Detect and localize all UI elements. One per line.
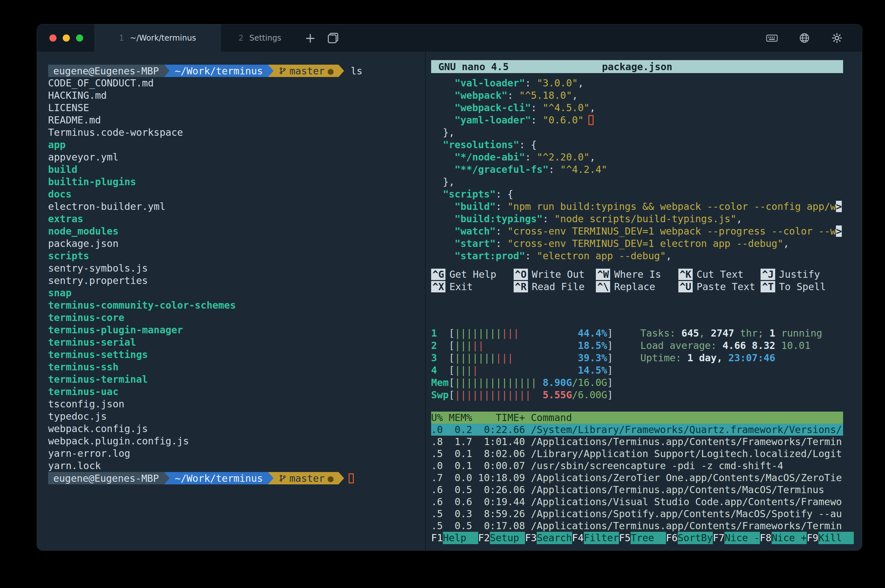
nano-code-line: "build:typings": "node scripts/build-typ…: [431, 213, 843, 225]
code-segment: "3.0.0": [537, 77, 578, 88]
stat-segment: 23:07:46: [728, 352, 776, 363]
code-segment: [431, 152, 454, 163]
file-entry: package.json: [48, 237, 422, 250]
file-entry: tsconfig.json: [48, 398, 422, 410]
nano-title-bar: GNU nano 4.5 package.json: [431, 60, 843, 73]
stat-segment: ,: [699, 327, 711, 339]
shortcut-key: ^J: [760, 268, 775, 280]
tab-index: 1: [119, 33, 124, 42]
process-row: .8 1.7 1:01.40 /Applications/Terminus.ap…: [431, 436, 843, 448]
terminal-area: eugene@Eugenes-MBP ~/Work/terminus maste…: [37, 52, 862, 550]
prompt-path: ~/Work/terminus: [170, 64, 268, 77]
meter-bar-fill: ||||||||||||||: [454, 376, 537, 389]
meter-row: 2 [|||||18.5%]: [431, 339, 613, 352]
fkey-number: F3: [525, 532, 537, 544]
shortcut-label: Replace: [614, 281, 655, 292]
new-tab-button[interactable]: +: [299, 24, 322, 52]
file-entry: terminus-plugin-manager: [48, 324, 422, 336]
code-segment: ,: [590, 102, 596, 113]
code-segment: : {: [519, 139, 537, 150]
nano-code-line: "val-loader": "3.0.0",: [431, 77, 843, 89]
stat-segment: Uptime:: [640, 352, 687, 363]
close-button[interactable]: [50, 34, 57, 42]
code-segment: :: [531, 114, 543, 126]
terminal-pane-left[interactable]: eugene@Eugenes-MBP ~/Work/terminus maste…: [37, 52, 425, 550]
code-segment: : {: [496, 188, 513, 200]
code-segment: "scripts": [443, 188, 496, 200]
minimize-button[interactable]: [63, 34, 70, 42]
code-segment: ,: [590, 152, 596, 163]
htop-stats: Tasks: 645, 2747 thr; 1 runningLoad aver…: [640, 327, 822, 364]
meter-bracket: [: [448, 352, 454, 364]
tab-terminal[interactable]: 1 ~/Work/terminus: [94, 24, 221, 52]
fkey-item[interactable]: F7Nice -: [713, 532, 760, 544]
fkey-item[interactable]: F5Tree: [619, 532, 666, 544]
meter-bar: ||||14.5%: [454, 364, 607, 376]
stat-segment: running: [775, 327, 822, 339]
bar-segment: ||: [472, 340, 484, 351]
dirty-indicator: ●: [327, 472, 333, 484]
meter-row: 1 [|||||||||||44.4%]: [431, 327, 613, 339]
meter-bracket: ]: [607, 376, 613, 389]
stat-segment: 1: [770, 327, 775, 339]
terminal-pane-right[interactable]: GNU nano 4.5 package.json "val-loader": …: [425, 52, 862, 550]
powerline-arrow: [339, 64, 344, 77]
file-entry: webpack.plugin.config.js: [48, 435, 422, 447]
keyboard-shortcuts-button[interactable]: [760, 34, 783, 42]
meter-bracket: [: [448, 389, 454, 401]
nano-code-line: "webpack-cli": "^4.5.0",: [431, 102, 843, 114]
meter-bar-fill: |||||||||||||: [454, 389, 531, 401]
branch-name: master: [290, 65, 325, 76]
process-row: .6 0.5 0:26.06 /Applications/Terminus.ap…: [431, 484, 843, 496]
powerline-arrow: [164, 472, 170, 484]
fkey-item[interactable]: F4Filter: [572, 532, 619, 544]
tab-settings[interactable]: 2 Settings: [221, 24, 299, 52]
nano-shortcut: ^GGet Help: [431, 268, 514, 280]
htop-meters: 1 [|||||||||||44.4%]2 [|||||18.5%]3 [|||…: [431, 327, 613, 401]
code-segment: [431, 250, 454, 261]
htop-monitor: 1 [|||||||||||44.4%]2 [|||||18.5%]3 [|||…: [431, 327, 843, 544]
code-segment: "watch": [454, 225, 495, 237]
meter-label: Mem: [431, 376, 448, 389]
code-segment: ,: [666, 250, 672, 261]
stat-segment: 8.32: [752, 340, 781, 351]
zoom-button[interactable]: [76, 34, 83, 42]
nano-code-line: "watch": "cross-env TERMINUS_DEV=1 webpa…: [431, 225, 843, 237]
nano-code-line: "*/node-abi": "^2.20.0",: [431, 151, 843, 164]
language-button[interactable]: [793, 33, 816, 44]
fkey-item[interactable]: F6SortBy: [666, 532, 713, 544]
nano-shortcut: ^UPaste Text: [678, 280, 761, 293]
meter-value-part: /16.0G: [572, 377, 607, 388]
code-segment: "start:prod": [454, 250, 525, 261]
stat-segment: 10.01: [781, 340, 810, 351]
meter-value-part: 18.5%: [578, 340, 607, 351]
meter-value: 5.55G/6.00G: [543, 389, 607, 401]
meter-bar-fill: ||||: [454, 364, 478, 376]
file-entry: Terminus.code-workspace: [48, 126, 422, 139]
fkey-item[interactable]: F1Help: [431, 532, 478, 544]
meter-row: Mem[||||||||||||||8.90G/16.0G]: [431, 376, 613, 389]
fkey-item[interactable]: F2Setup: [478, 532, 525, 544]
split-panes-icon: [328, 33, 338, 43]
meter-bar-fill: |||||: [454, 339, 484, 352]
meter-bracket: ]: [607, 364, 613, 376]
code-segment: "resolutions": [443, 139, 519, 150]
fkey-label: Nice -: [724, 532, 760, 544]
code-segment: >: [836, 225, 842, 237]
meter-value-part: 44.4%: [578, 327, 607, 339]
file-entry: electron-builder.yml: [48, 201, 422, 213]
split-panes-button[interactable]: [322, 24, 344, 52]
code-segment: ,: [783, 238, 789, 249]
code-segment: "electron app --debug": [537, 250, 666, 261]
code-segment: "^5.18.0": [519, 90, 572, 101]
file-entry: docs: [48, 188, 422, 201]
settings-button[interactable]: [825, 33, 848, 44]
nano-filename: package.json: [602, 61, 672, 72]
meter-label: 2: [431, 339, 448, 352]
fkey-item[interactable]: F8Nice +: [760, 532, 807, 544]
fkey-item[interactable]: F3Search: [525, 532, 572, 544]
fkey-item[interactable]: F9Kill: [807, 532, 854, 544]
shortcut-label: Justify: [779, 268, 820, 280]
nano-code-line: "build": "npm run build:typings && webpa…: [431, 201, 843, 213]
shortcut-key: ^K: [678, 268, 693, 280]
